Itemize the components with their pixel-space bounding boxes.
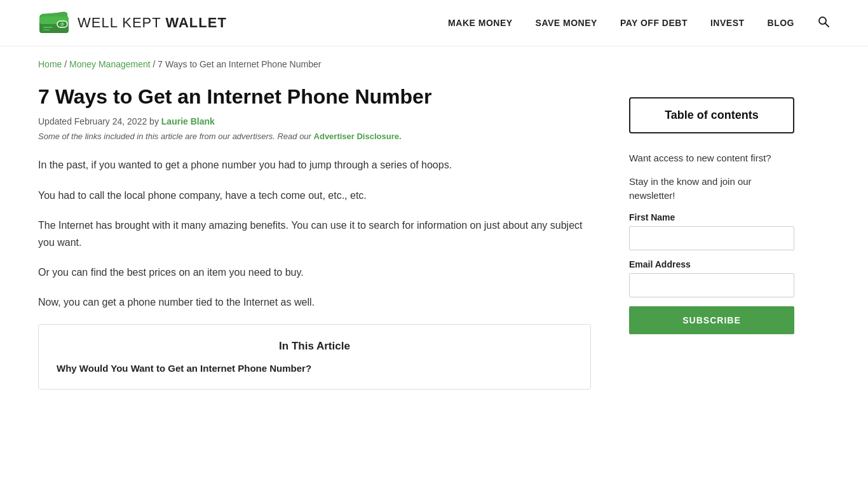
toc-box: Table of contents [629, 97, 794, 133]
newsletter-section: Want access to new content first? Stay i… [629, 151, 794, 334]
article-title: 7 Ways to Get an Internet Phone Number [38, 85, 591, 109]
search-icon [817, 15, 830, 28]
breadcrumb-current: 7 Ways to Get an Internet Phone Number [158, 59, 321, 69]
page-wrapper: Home / Money Management / 7 Ways to Get … [0, 59, 868, 390]
site-logo[interactable]: WELL KEPT WALLET [38, 10, 227, 36]
svg-point-5 [60, 22, 64, 26]
main-content: 7 Ways to Get an Internet Phone Number U… [38, 85, 591, 390]
breadcrumb-category[interactable]: Money Management [69, 59, 151, 69]
article-para-4: Or you can find the best prices on an it… [38, 264, 591, 281]
search-button[interactable] [817, 15, 830, 31]
first-name-input[interactable] [629, 226, 794, 250]
article-body: In the past, if you wanted to get a phon… [38, 156, 591, 311]
article-para-2: You had to call the local phone company,… [38, 187, 591, 204]
article-para-3: The Internet has brought with it many am… [38, 217, 591, 251]
logo-text: WELL KEPT WALLET [78, 15, 227, 31]
advertiser-disclosure-link[interactable]: Advertiser Disclosure. [314, 132, 402, 141]
svg-line-9 [825, 23, 829, 27]
nav-pay-off-debt[interactable]: PAY OFF DEBT [620, 18, 688, 28]
author-link[interactable]: Laurie Blank [161, 116, 215, 126]
article-para-5: Now, you can get a phone number tied to … [38, 294, 591, 311]
newsletter-line2: Stay in the know and join our newsletter… [629, 175, 794, 203]
content-layout: 7 Ways to Get an Internet Phone Number U… [38, 85, 830, 390]
nav-save-money[interactable]: SAVE MONEY [536, 18, 597, 28]
article-meta: Updated February 24, 2022 by Laurie Blan… [38, 116, 591, 126]
wallet-icon [38, 10, 71, 36]
in-article-title: In This Article [57, 340, 573, 353]
toc-title: Table of contents [643, 109, 780, 122]
in-article-box: In This Article Why Would You Want to Ge… [38, 324, 591, 390]
article-para-1: In the past, if you wanted to get a phon… [38, 156, 591, 173]
nav-invest[interactable]: INVEST [710, 18, 745, 28]
first-name-label: First Name [629, 212, 794, 222]
email-label: Email Address [629, 259, 794, 269]
breadcrumb-home[interactable]: Home [38, 59, 62, 69]
newsletter-line1: Want access to new content first? [629, 151, 794, 166]
site-header: WELL KEPT WALLET MAKE MONEY SAVE MONEY P… [0, 0, 868, 46]
nav-blog[interactable]: BLOG [768, 18, 794, 28]
email-input[interactable] [629, 273, 794, 297]
nav-make-money[interactable]: MAKE MONEY [448, 18, 512, 28]
subscribe-button[interactable]: SUBSCRIBE [629, 306, 794, 334]
in-article-link-1[interactable]: Why Would You Want to Get an Internet Ph… [57, 363, 573, 374]
advertiser-disclosure: Some of the links included in this artic… [38, 132, 591, 141]
sidebar: Table of contents Want access to new con… [629, 85, 794, 390]
main-nav: MAKE MONEY SAVE MONEY PAY OFF DEBT INVES… [448, 15, 830, 31]
breadcrumb: Home / Money Management / 7 Ways to Get … [38, 59, 830, 69]
